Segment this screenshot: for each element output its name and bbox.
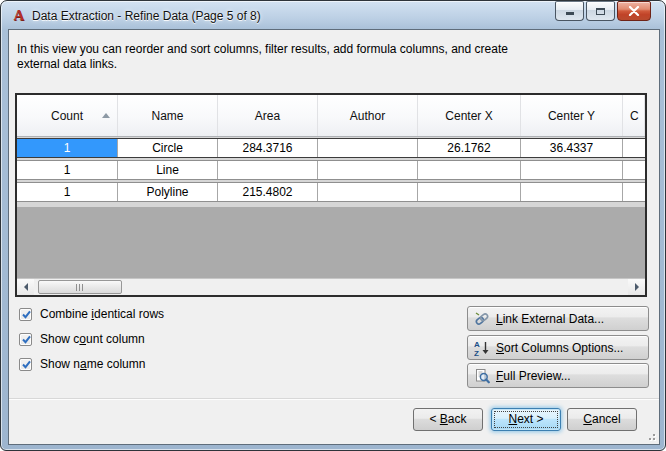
full-preview-button[interactable]: Full Preview... xyxy=(467,363,649,388)
combine-identical-rows-checkbox-row[interactable]: Combine identical rows xyxy=(19,307,164,321)
show-name-column-checkbox[interactable] xyxy=(19,358,32,371)
link-external-data-button[interactable]: Link External Data... xyxy=(467,306,649,331)
grid-cell-selected[interactable]: 1 xyxy=(17,139,118,157)
grid-cell[interactable]: Line xyxy=(118,161,218,179)
dialog-window: A Data Extraction - Refine Data (Page 5 … xyxy=(0,0,666,451)
grid-cell[interactable] xyxy=(418,183,521,201)
column-header-label: Center X xyxy=(445,109,492,123)
resize-grip[interactable] xyxy=(643,428,656,441)
grid-cell[interactable] xyxy=(218,161,318,179)
link-icon xyxy=(474,311,490,327)
column-header-label: Name xyxy=(151,109,183,123)
sort-ascending-icon xyxy=(102,113,110,118)
button-label: Full Preview... xyxy=(496,369,571,383)
column-header-center-x[interactable]: Center X xyxy=(418,95,521,136)
column-header-clipped[interactable]: C xyxy=(623,95,645,136)
grid-cell[interactable]: Circle xyxy=(118,139,218,157)
svg-text:Z: Z xyxy=(474,348,479,356)
scroll-right-button[interactable] xyxy=(628,279,645,295)
scroll-left-button[interactable] xyxy=(17,279,34,295)
grid-cell[interactable]: Polyline xyxy=(118,183,218,201)
back-button[interactable]: < Back xyxy=(413,408,483,431)
maximize-button[interactable] xyxy=(586,1,615,21)
table-row: 1 Line xyxy=(17,160,645,180)
show-count-column-checkbox-row[interactable]: Show count column xyxy=(19,332,145,346)
horizontal-scrollbar[interactable] xyxy=(17,278,645,295)
data-grid: Count Name Area Author Center X Center Y… xyxy=(15,93,647,297)
checkbox-label: Show count column xyxy=(40,332,145,346)
grid-cell[interactable] xyxy=(318,183,418,201)
cancel-button[interactable]: Cancel xyxy=(567,408,637,431)
close-button[interactable] xyxy=(617,1,651,21)
table-row: 1 Circle 284.3716 26.1762 36.4337 xyxy=(17,138,645,158)
dialog-client-area: In this view you can reorder and sort co… xyxy=(9,30,659,444)
window-controls xyxy=(555,1,651,21)
grid-cell[interactable] xyxy=(521,183,623,201)
checkbox-label: Show name column xyxy=(40,357,145,371)
minimize-button[interactable] xyxy=(555,1,584,21)
show-name-column-checkbox-row[interactable]: Show name column xyxy=(19,357,145,371)
grid-cell[interactable]: 1 xyxy=(17,161,118,179)
column-header-count[interactable]: Count xyxy=(17,95,118,136)
grid-cell[interactable]: 284.3716 xyxy=(218,139,318,157)
button-label: Link External Data... xyxy=(496,312,604,326)
grid-cell[interactable] xyxy=(318,139,418,157)
scrollbar-thumb[interactable] xyxy=(38,280,122,294)
scroll-left-icon xyxy=(24,283,28,291)
grid-body: 1 Circle 284.3716 26.1762 36.4337 1 Line xyxy=(17,137,645,278)
checkmark-icon xyxy=(20,358,33,371)
grid-cell[interactable] xyxy=(623,161,645,179)
autocad-app-icon: A xyxy=(11,7,27,23)
column-header-label: Author xyxy=(350,109,385,123)
sort-columns-options-button[interactable]: A Z Sort Columns Options... xyxy=(467,335,649,360)
minimize-icon xyxy=(565,7,575,16)
column-header-label: Center Y xyxy=(548,109,595,123)
maximize-icon xyxy=(595,7,606,16)
grid-header-row: Count Name Area Author Center X Center Y… xyxy=(17,95,645,137)
show-count-column-checkbox[interactable] xyxy=(19,333,32,346)
grid-cell[interactable] xyxy=(623,139,645,157)
wizard-description: In this view you can reorder and sort co… xyxy=(17,42,543,72)
grid-cell[interactable] xyxy=(623,183,645,201)
grid-cell[interactable] xyxy=(318,161,418,179)
column-header-label: Area xyxy=(255,109,280,123)
checkmark-icon xyxy=(20,333,33,346)
grid-cell[interactable] xyxy=(521,161,623,179)
column-header-area[interactable]: Area xyxy=(218,95,318,136)
scroll-right-icon xyxy=(635,283,639,291)
column-header-center-y[interactable]: Center Y xyxy=(521,95,623,136)
window-title: Data Extraction - Refine Data (Page 5 of… xyxy=(32,9,261,23)
column-header-label: C xyxy=(630,109,639,123)
sort-az-icon: A Z xyxy=(474,340,490,356)
checkmark-icon xyxy=(20,308,33,321)
combine-identical-rows-checkbox[interactable] xyxy=(19,308,32,321)
preview-magnifier-icon xyxy=(474,368,490,384)
column-header-author[interactable]: Author xyxy=(318,95,418,136)
button-label: Sort Columns Options... xyxy=(496,341,623,355)
checkbox-label: Combine identical rows xyxy=(40,307,164,321)
next-button[interactable]: Next > xyxy=(491,408,561,431)
column-header-name[interactable]: Name xyxy=(118,95,218,136)
grid-cell[interactable] xyxy=(418,161,521,179)
grid-cell[interactable]: 26.1762 xyxy=(418,139,521,157)
grid-cell[interactable]: 215.4802 xyxy=(218,183,318,201)
footer-separator xyxy=(9,398,659,399)
table-row: 1 Polyline 215.4802 xyxy=(17,182,645,202)
titlebar[interactable]: A Data Extraction - Refine Data (Page 5 … xyxy=(1,1,665,30)
column-header-label: Count xyxy=(51,109,83,123)
grid-cell[interactable]: 36.4337 xyxy=(521,139,623,157)
grid-cell[interactable]: 1 xyxy=(17,183,118,201)
close-icon xyxy=(628,6,640,16)
